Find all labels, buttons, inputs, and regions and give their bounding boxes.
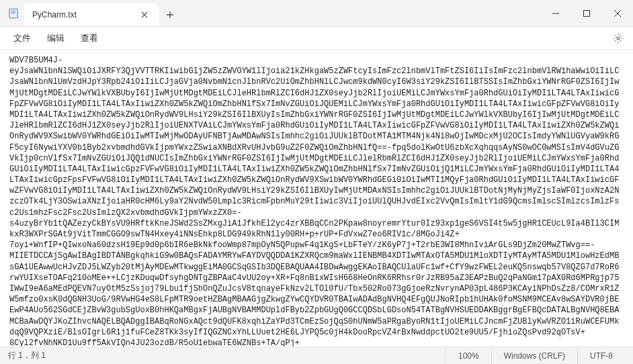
tab-container: PyCharm.txt <box>24 0 181 26</box>
tab-active[interactable]: PyCharm.txt <box>24 3 159 26</box>
tab-title: PyCharm.txt <box>32 10 133 19</box>
menu-edit[interactable]: 编辑 <box>39 30 73 47</box>
minimize-button[interactable] <box>540 0 571 27</box>
app-icon <box>0 0 22 26</box>
window-controls <box>540 0 633 26</box>
svg-point-5 <box>617 37 620 40</box>
status-zoom[interactable]: 100% <box>446 347 491 364</box>
menu-file[interactable]: 文件 <box>5 30 39 47</box>
menu-view[interactable]: 查看 <box>73 30 106 47</box>
svg-rect-0 <box>9 9 17 18</box>
status-bar: 行 1，列 1 100% Windows (CRLF) UTF-8 <box>0 347 633 364</box>
close-button[interactable] <box>602 0 633 27</box>
maximize-button[interactable] <box>571 0 602 27</box>
settings-button[interactable] <box>609 29 628 48</box>
svg-rect-4 <box>584 11 590 17</box>
title-bar: PyCharm.txt <box>0 0 633 27</box>
new-tab-button[interactable] <box>159 3 181 26</box>
editor-content[interactable]: WDV7B5UM4J- eyJsaWNlbnNlSWQiOiJXRFY3QjVV… <box>0 50 633 347</box>
menu-bar: 文件 编辑 查看 <box>0 27 633 50</box>
status-line-ending[interactable]: Windows (CRLF) <box>491 347 577 364</box>
tab-close-button[interactable] <box>138 9 151 21</box>
status-position[interactable]: 行 1，列 1 <box>8 350 446 361</box>
status-encoding[interactable]: UTF-8 <box>577 347 625 364</box>
